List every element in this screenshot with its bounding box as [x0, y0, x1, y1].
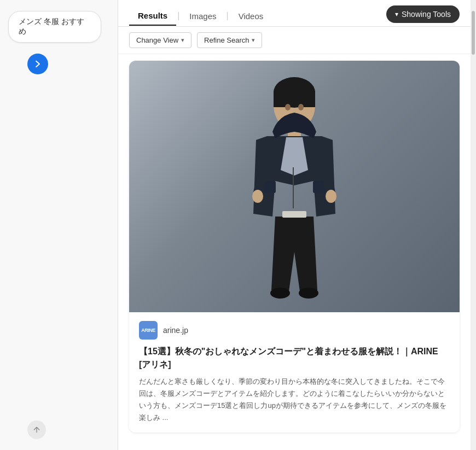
result-card: ARINE arine.jp 【15選】秋冬の"おしゃれなメンズコーデ"と着まわ…: [129, 61, 460, 433]
change-view-dropdown-icon: ▾: [181, 37, 184, 44]
main-content: Results | Images | Videos ▾ Showing Tool…: [118, 0, 471, 450]
svg-rect-2: [274, 91, 315, 107]
svg-point-3: [285, 104, 291, 110]
result-image: [129, 61, 460, 312]
scrollbar[interactable]: [471, 0, 476, 450]
svg-point-11: [270, 288, 290, 299]
top-navigation: Results | Images | Videos ▾ Showing Tool…: [118, 0, 471, 27]
search-box: メンズ 冬服 おすすめ: [8, 11, 101, 43]
refine-search-dropdown-icon: ▾: [252, 37, 255, 44]
sidebar: メンズ 冬服 おすすめ: [0, 0, 118, 450]
site-favicon: ARINE: [139, 321, 158, 340]
svg-point-10: [326, 190, 336, 203]
nav-separator-1: |: [177, 11, 179, 21]
svg-point-9: [252, 190, 263, 203]
svg-point-12: [299, 288, 318, 299]
scrollbar-thumb[interactable]: [472, 11, 475, 55]
change-view-button[interactable]: Change View ▾: [129, 32, 191, 48]
refine-search-button[interactable]: Refine Search ▾: [197, 32, 262, 48]
scroll-up-button[interactable]: [27, 420, 46, 439]
showing-tools-button[interactable]: ▾ Showing Tools: [386, 5, 460, 23]
next-arrow-button[interactable]: [27, 54, 48, 74]
tab-videos[interactable]: Videos: [230, 7, 272, 25]
svg-point-4: [298, 104, 304, 110]
person-illustration: [223, 61, 365, 312]
tab-results[interactable]: Results: [129, 7, 176, 26]
search-text: メンズ 冬服 おすすめ: [19, 17, 91, 37]
result-description: だんだんと寒さも厳しくなり、季節の変わり目から本格的な冬に突入してきましたね。そ…: [139, 376, 450, 424]
tab-images[interactable]: Images: [181, 7, 225, 25]
arrow-right-icon: [33, 59, 43, 69]
nav-separator-2: |: [227, 11, 229, 21]
site-info: ARINE arine.jp: [139, 321, 450, 340]
result-title[interactable]: 【15選】秋冬の"おしゃれなメンズコーデ"と着まわせる服を解説！｜ARINE […: [139, 345, 450, 371]
content-area: ARINE arine.jp 【15選】秋冬の"おしゃれなメンズコーデ"と着まわ…: [118, 54, 471, 450]
chevron-down-icon: ▾: [395, 10, 398, 18]
site-name: arine.jp: [163, 326, 188, 335]
scroll-up-icon: [32, 425, 41, 434]
result-info: ARINE arine.jp 【15選】秋冬の"おしゃれなメンズコーデ"と着まわ…: [129, 312, 460, 433]
svg-rect-13: [282, 211, 306, 218]
filter-bar: Change View ▾ Refine Search ▾: [118, 27, 471, 54]
nav-tabs: Results | Images | Videos: [129, 7, 272, 26]
